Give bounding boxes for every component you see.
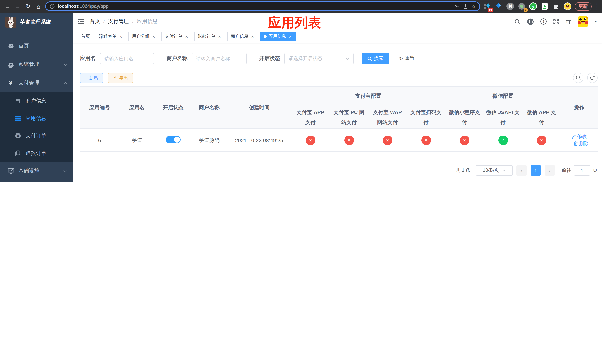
avatar-caret-icon[interactable]: ▾ — [595, 19, 597, 24]
yen-circle-icon: ¥ — [14, 133, 21, 139]
alipay-qr-status-icon: ✕ — [421, 135, 431, 145]
sidebar-item-app-info[interactable]: 应用信息 — [0, 110, 73, 127]
page-annotation-title: 应用列表 — [268, 14, 321, 32]
browser-back-button[interactable]: ← — [4, 3, 11, 10]
sidebar-item-pay-orders[interactable]: ¥ 支付订单 — [0, 127, 73, 144]
add-button[interactable]: + 新增 — [80, 73, 103, 83]
toggle-search-button[interactable] — [573, 73, 583, 83]
share-icon[interactable] — [463, 3, 469, 9]
address-bar[interactable]: localhost:1024/pay/app ☆ — [45, 1, 480, 11]
fullscreen-icon[interactable] — [553, 18, 559, 25]
password-key-icon[interactable] — [454, 3, 460, 9]
ext-diamond-icon[interactable]: 10 — [483, 2, 491, 10]
col-alipay-qr: 支付宝扫码支付 — [407, 106, 445, 129]
user-avatar[interactable] — [578, 16, 589, 27]
extension-icons: 10 ⌘ 1 y — [483, 2, 572, 10]
github-icon[interactable] — [527, 18, 534, 25]
sidebar-menu: 首页 系统管理 ¥ 支付管理 商户信息 — [0, 37, 73, 182]
merchant-name-label: 商户名称 — [167, 55, 187, 62]
tag-home[interactable]: 首页 — [78, 32, 93, 41]
payment-submenu: 商户信息 应用信息 ¥ 支付订单 — [0, 92, 73, 162]
extensions-puzzle-icon[interactable] — [552, 2, 560, 10]
trash-icon — [573, 141, 578, 146]
goto-page-input[interactable] — [574, 165, 590, 175]
group-wechat-config: 微信配置 — [445, 86, 561, 106]
sidebar-fold-icon[interactable] — [78, 19, 85, 24]
breadcrumb-home[interactable]: 首页 — [90, 18, 100, 25]
cell-app-name: 芋道 — [119, 129, 155, 152]
tag-refund-orders[interactable]: 退款订单× — [194, 32, 225, 41]
delete-link[interactable]: 删除 — [573, 140, 589, 147]
sidebar-item-refund-orders[interactable]: 退款订单 — [0, 144, 73, 162]
tag-app-info[interactable]: 应用信息× — [260, 32, 296, 41]
browser-forward-button[interactable]: → — [14, 3, 22, 10]
page-content: 应用名 商户名称 开启状态 请选择开启状态 搜索 ↻ 重置 — [73, 43, 602, 175]
site-info-icon[interactable] — [50, 4, 55, 9]
tag-pay-orders[interactable]: 支付订单× — [161, 32, 192, 41]
status-select[interactable]: 请选择开启状态 — [284, 53, 354, 64]
sidebar-item-system[interactable]: 系统管理 — [0, 55, 73, 74]
sidebar-item-label: 支付订单 — [26, 132, 67, 139]
ext-command-icon[interactable]: ⌘ — [506, 2, 514, 10]
browser-menu-icon[interactable]: ⋮⋮⋮ — [595, 4, 598, 9]
tag-close-icon[interactable]: × — [217, 34, 222, 39]
sidebar-item-home[interactable]: 首页 — [0, 37, 73, 55]
ext-yuque-icon[interactable]: y — [529, 2, 537, 10]
current-page[interactable]: 1 — [531, 165, 541, 175]
filter-form: 应用名 商户名称 开启状态 请选择开启状态 搜索 ↻ 重置 — [80, 53, 598, 64]
navbar-icons: ? TT ▾ — [514, 16, 597, 27]
ext-recorder-icon[interactable]: 1 — [517, 2, 526, 10]
chevron-down-icon — [502, 169, 506, 172]
sidebar-item-label: 商户信息 — [26, 97, 67, 104]
help-question-icon[interactable]: ? — [540, 18, 547, 25]
tag-close-icon[interactable]: × — [288, 34, 292, 39]
navbar: 首页 / 支付管理 / 应用信息 应用列表 ? T — [73, 13, 602, 30]
sidebar-item-payment[interactable]: ¥ 支付管理 — [0, 74, 73, 92]
tag-process-form[interactable]: 流程表单× — [96, 32, 126, 41]
next-page-button[interactable]: › — [545, 165, 555, 175]
tag-close-icon[interactable]: × — [118, 34, 123, 39]
page-size-select[interactable]: 10条/页 — [476, 165, 513, 175]
edit-link[interactable]: 修改 — [572, 133, 587, 140]
browser-reload-button[interactable]: ↻ — [24, 3, 32, 10]
tag-user-group[interactable]: 用户分组× — [129, 32, 159, 41]
reset-button[interactable]: ↻ 重置 — [394, 53, 420, 64]
chrome-update-button[interactable]: 更新 — [575, 2, 592, 11]
chevron-down-icon — [345, 57, 350, 60]
monitor-chart-icon — [7, 168, 14, 174]
browser-home-button[interactable]: ⌂ — [35, 3, 42, 10]
export-button[interactable]: 导出 — [108, 73, 133, 83]
tag-merchant-info[interactable]: 商户信息× — [227, 32, 258, 41]
ext-kite-icon[interactable] — [495, 2, 503, 10]
profile-avatar[interactable] — [563, 2, 572, 10]
tag-close-icon[interactable]: × — [184, 34, 189, 39]
sidebar-item-label: 退款订单 — [26, 150, 67, 156]
cell-status — [155, 129, 191, 152]
chevron-up-icon — [63, 82, 67, 84]
app-logo-row[interactable]: 芋道管理系统 — [0, 13, 73, 32]
wechat-mini-status-icon: ✕ — [460, 135, 469, 145]
tag-close-icon[interactable]: × — [151, 34, 156, 39]
yen-icon: ¥ — [7, 80, 14, 86]
plus-icon: + — [85, 75, 87, 80]
enabled-toggle[interactable] — [166, 136, 181, 143]
table-toolbar: + 新增 导出 — [80, 73, 598, 83]
dashboard-icon — [7, 43, 14, 49]
refresh-table-button[interactable] — [587, 73, 598, 83]
app-title: 芋道管理系统 — [20, 19, 51, 26]
bookmark-star-icon[interactable]: ☆ — [472, 3, 476, 9]
sidebar-item-dev-tools[interactable]: 研发工具 — [0, 180, 73, 182]
col-merchant: 商户名称 — [191, 86, 227, 129]
breadcrumb-payment[interactable]: 支付管理 — [108, 18, 129, 25]
merchant-name-input[interactable] — [192, 53, 247, 64]
search-button[interactable]: 搜索 — [362, 53, 389, 64]
app-name-input[interactable] — [100, 53, 154, 64]
search-icon[interactable] — [514, 18, 521, 25]
font-size-icon[interactable]: TT — [566, 18, 571, 25]
prev-page-button[interactable]: ‹ — [516, 165, 527, 175]
sidebar-item-infrastructure[interactable]: 基础设施 — [0, 162, 73, 180]
ext-docs-icon[interactable] — [540, 2, 549, 10]
tag-close-icon[interactable]: × — [250, 34, 255, 39]
status-label: 开启状态 — [259, 55, 280, 62]
sidebar-item-merchant-info[interactable]: 商户信息 — [0, 92, 73, 110]
